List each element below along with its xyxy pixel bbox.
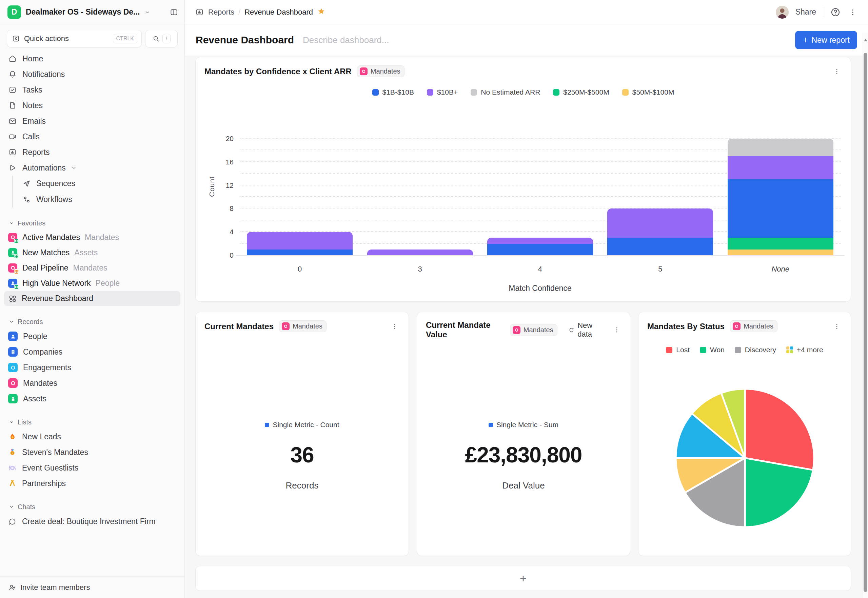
new-report-button[interactable]: + New report bbox=[795, 31, 857, 49]
quick-actions-button[interactable]: Quick actions CTRLK bbox=[7, 30, 142, 48]
pie-chart-legend: LostWonDiscovery+4 more bbox=[639, 346, 851, 354]
share-button[interactable]: Share bbox=[795, 7, 816, 16]
divider bbox=[823, 7, 823, 17]
card-menu-icon[interactable] bbox=[832, 66, 842, 76]
card-menu-icon[interactable] bbox=[389, 321, 400, 332]
sidebar-item-revenue-dashboard[interactable]: Revenue Dashboard bbox=[4, 291, 180, 306]
workspace-header[interactable]: D Dealmaker OS - Sideways De... bbox=[0, 0, 184, 24]
automations-children: Sequences Workflows bbox=[12, 176, 184, 208]
pie-chart-card: Mandates By Status Mandates LostWonDisco… bbox=[638, 312, 851, 556]
command-k-icon bbox=[12, 34, 20, 43]
sidebar-item-emails[interactable]: Emails bbox=[0, 113, 184, 129]
more-menu-icon[interactable] bbox=[848, 7, 858, 17]
sidebar-item-companies[interactable]: Companies bbox=[0, 344, 184, 360]
user-avatar[interactable] bbox=[776, 6, 789, 19]
bar-segment[interactable] bbox=[727, 179, 834, 238]
x-axis-ticks: 0345None bbox=[240, 265, 841, 275]
sidebar-item-deal-pipeline[interactable]: Deal Pipeline Mandates bbox=[4, 260, 180, 276]
mandates-badge[interactable]: Mandates bbox=[357, 66, 404, 77]
sidebar-item-calls[interactable]: Calls bbox=[0, 129, 184, 144]
pawn-icon bbox=[8, 394, 18, 404]
sidebar-item-new-matches[interactable]: New Matches Assets bbox=[4, 245, 180, 260]
legend-item[interactable]: Won bbox=[700, 346, 724, 354]
dashboard-grid-icon bbox=[8, 294, 17, 303]
records-section-header[interactable]: Records bbox=[0, 315, 184, 329]
bar-segment[interactable] bbox=[487, 238, 593, 244]
bar-segment[interactable] bbox=[367, 250, 473, 255]
scrollbar[interactable] bbox=[863, 33, 868, 598]
dashboard-description-input[interactable]: Describe dashboard... bbox=[303, 35, 786, 45]
bar-segment[interactable] bbox=[247, 232, 353, 250]
sidebar-item-home[interactable]: Home bbox=[0, 51, 184, 66]
sidebar-item-notifications[interactable]: Notifications bbox=[0, 66, 184, 82]
pie-chart[interactable] bbox=[674, 387, 816, 529]
person-plus-icon bbox=[8, 583, 16, 592]
sidebar-item-event-guestlists[interactable]: Event Guestlists bbox=[0, 460, 184, 475]
card-title: Current Mandate Value bbox=[426, 320, 504, 339]
pie-slice[interactable] bbox=[745, 458, 813, 527]
bar-segment[interactable] bbox=[607, 238, 713, 255]
chevron-down-icon[interactable] bbox=[144, 9, 151, 15]
favorites-section-header[interactable]: Favorites bbox=[0, 216, 184, 230]
legend-item[interactable]: Lost bbox=[666, 346, 690, 354]
legend-item[interactable]: No Estimated ARR bbox=[471, 88, 540, 96]
sidebar-item-active-mandates[interactable]: Active Mandates Mandates bbox=[4, 230, 180, 245]
bar-chart-plot[interactable]: 048121620 bbox=[240, 139, 841, 255]
help-icon[interactable] bbox=[830, 7, 841, 18]
add-widget-button[interactable]: + bbox=[195, 566, 851, 591]
legend-item[interactable]: $50M-$100M bbox=[622, 88, 674, 96]
metric-value: 36 bbox=[290, 443, 314, 468]
bar-segment[interactable] bbox=[487, 244, 593, 255]
home-icon bbox=[8, 54, 17, 63]
quick-actions-label: Quick actions bbox=[24, 34, 109, 43]
sidebar-item-engagements[interactable]: Engagements bbox=[0, 360, 184, 375]
breadcrumb-section[interactable]: Reports bbox=[208, 8, 234, 16]
reports-breadcrumb-icon[interactable] bbox=[195, 7, 204, 16]
bar-chart-legend: $1B-$10B$10B+No Estimated ARR$250M-$500M… bbox=[196, 88, 851, 96]
lists-section-header[interactable]: Lists bbox=[0, 415, 184, 429]
x-tick-label: None bbox=[720, 265, 841, 274]
mandates-badge[interactable]: Mandates bbox=[279, 320, 326, 332]
favorite-star-icon[interactable] bbox=[317, 7, 325, 17]
new-data-button[interactable]: New data bbox=[568, 321, 606, 339]
legend-item[interactable]: $10B+ bbox=[427, 88, 458, 96]
chats-section-header[interactable]: Chats bbox=[0, 500, 184, 514]
sidebar-item-stevens-mandates[interactable]: Steven's Mandates bbox=[0, 444, 184, 460]
sidebar-item-high-value-network[interactable]: High Value Network People bbox=[4, 276, 180, 291]
legend-item[interactable]: Discovery bbox=[735, 346, 776, 354]
sidebar-item-automations[interactable]: Automations bbox=[0, 160, 184, 176]
sidebar-item-mandates[interactable]: Mandates bbox=[0, 375, 184, 391]
search-button[interactable]: / bbox=[145, 30, 178, 48]
scroll-up-arrow[interactable] bbox=[864, 39, 867, 41]
sidebar-toggle-icon[interactable] bbox=[169, 8, 178, 16]
sidebar-item-notes[interactable]: Notes bbox=[0, 98, 184, 113]
sidebar-item-tasks[interactable]: Tasks bbox=[0, 82, 184, 98]
mandates-badge[interactable]: Mandates bbox=[730, 320, 777, 332]
bar-segment[interactable] bbox=[607, 208, 713, 238]
bar-segment[interactable] bbox=[727, 238, 834, 249]
breadcrumb-page[interactable]: Revenue Dashboard bbox=[244, 8, 313, 16]
sidebar-item-workflows[interactable]: Workflows bbox=[13, 191, 184, 208]
card-menu-icon[interactable] bbox=[612, 325, 621, 335]
scrollbar-thumb[interactable] bbox=[864, 53, 867, 592]
sidebar-item-chat-create-deal[interactable]: Create deal: Boutique Investment Firm bbox=[0, 514, 184, 529]
legend-item[interactable]: $250M-$500M bbox=[553, 88, 609, 96]
sidebar-item-partnerships[interactable]: Partnerships bbox=[0, 475, 184, 491]
legend-item[interactable]: +4 more bbox=[786, 346, 823, 354]
bar-segment[interactable] bbox=[727, 250, 834, 255]
pie-slice[interactable] bbox=[745, 389, 814, 470]
sidebar-item-assets[interactable]: Assets bbox=[0, 391, 184, 407]
quick-actions-shortcut: CTRLK bbox=[113, 34, 137, 43]
legend-item[interactable]: $1B-$10B bbox=[372, 88, 414, 96]
sidebar-item-reports[interactable]: Reports bbox=[0, 144, 184, 160]
sidebar-item-new-leads[interactable]: New Leads bbox=[0, 429, 184, 444]
bar-segment[interactable] bbox=[247, 250, 353, 255]
bar-segment[interactable] bbox=[727, 139, 834, 156]
card-menu-icon[interactable] bbox=[832, 321, 842, 332]
sidebar-item-sequences[interactable]: Sequences bbox=[13, 176, 184, 191]
bar-segment[interactable] bbox=[727, 156, 834, 180]
invite-team-members[interactable]: Invite team members bbox=[0, 576, 184, 598]
sidebar-item-people[interactable]: People bbox=[0, 329, 184, 344]
mandates-badge[interactable]: Mandates bbox=[510, 324, 557, 336]
page-header: Revenue Dashboard Describe dashboard... … bbox=[185, 24, 868, 55]
